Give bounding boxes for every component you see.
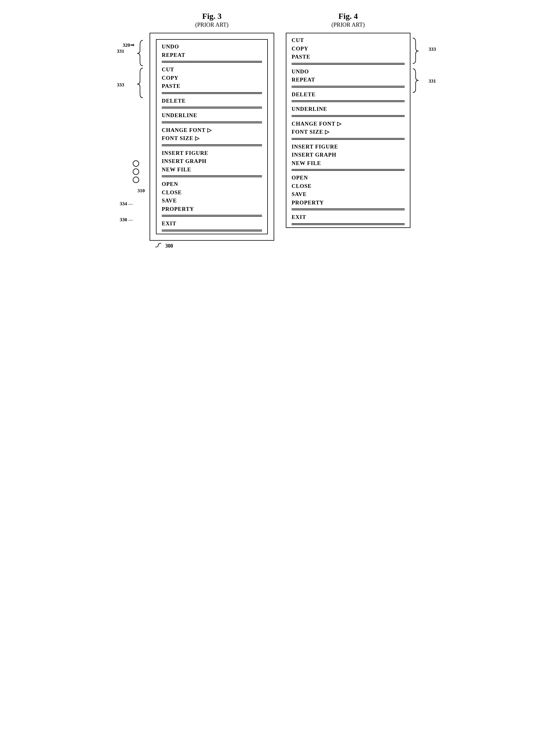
menu-item-open[interactable]: OPEN — [162, 180, 262, 188]
fig4-menu-item-close[interactable]: CLOSE — [292, 182, 405, 190]
fig4-menu-item-insert-graph[interactable]: INSERT GRAPH — [292, 151, 405, 159]
figures-row: Fig. 3 (PRIOR ART) 320⇒ 331 — [150, 12, 410, 249]
fig3-group-underline: UNDERLINE — [157, 108, 267, 121]
fig3-group-insert: INSERT FIGURE INSERT GRAPH NEW FILE — [157, 146, 267, 176]
menu-item-copy[interactable]: COPY — [162, 74, 262, 82]
fig3-title: Fig. 3 — [202, 12, 222, 21]
fig4-menu-item-save[interactable]: SAVE — [292, 190, 405, 199]
menu-item-save[interactable]: SAVE — [162, 197, 262, 205]
fig3-sep8 — [157, 230, 267, 231]
fig4-group-font: CHANGE FONT ▷ FONT SIZE ▷ — [286, 117, 410, 138]
fig4-group-underline: UNDERLINE — [286, 102, 410, 115]
menu-item-insert-figure[interactable]: INSERT FIGURE — [162, 149, 262, 157]
fig3-group-delete: DELETE — [157, 94, 267, 107]
menu-item-undo[interactable]: UNDO — [162, 43, 262, 51]
fig3-group-exit: EXIT — [157, 217, 267, 230]
fig4-label-333: 333 — [429, 46, 436, 52]
fig4-group-insert: INSERT FIGURE INSERT GRAPH NEW FILE — [286, 140, 410, 169]
fig3-label-331: 331 — [117, 48, 124, 54]
fig4-menu-outer: 333 331 CUT COPY PASTE UNDO — [286, 33, 410, 228]
fig3-brace-333 — [124, 65, 144, 100]
fig4-sep8 — [286, 223, 410, 225]
fig3-label-333: 333 — [117, 82, 124, 88]
menu-item-exit[interactable]: EXIT — [162, 219, 262, 228]
menu-item-font-size[interactable]: FONT SIZE ▷ — [162, 134, 262, 143]
fig4-menu-item-undo[interactable]: UNDO — [292, 68, 405, 76]
menu-item-underline[interactable]: UNDERLINE — [162, 111, 262, 120]
fig4-label-331: 331 — [429, 78, 436, 84]
fig3-group-file: OPEN CLOSE SAVE PROPERTY — [157, 177, 267, 215]
fig4-group-exit: EXIT — [286, 210, 410, 223]
fig4-group-file: OPEN CLOSE SAVE PROPERTY — [286, 171, 410, 208]
fig3-label-310: 310 — [137, 188, 145, 194]
menu-item-cut[interactable]: CUT — [162, 66, 262, 74]
circle1 — [133, 160, 139, 167]
fig4-group-cut: CUT COPY PASTE — [286, 33, 410, 63]
fig4-subtitle: (PRIOR ART) — [332, 21, 365, 28]
circle2 — [133, 168, 139, 175]
menu-item-change-font[interactable]: CHANGE FONT ▷ — [162, 126, 262, 134]
fig3-group-cut: CUT COPY PASTE — [157, 63, 267, 92]
menu-item-insert-graph[interactable]: INSERT GRAPH — [162, 157, 262, 166]
fig4-title: Fig. 4 — [339, 12, 358, 21]
menu-item-close[interactable]: CLOSE — [162, 188, 262, 197]
fig4-menu-item-underline[interactable]: UNDERLINE — [292, 105, 405, 113]
menu-item-property[interactable]: PROPERTY — [162, 205, 262, 213]
fig4-group-undo: UNDO REPEAT — [286, 65, 410, 86]
fig4-menu-item-repeat[interactable]: REPEAT — [292, 76, 405, 84]
fig4-menu-item-cut[interactable]: CUT — [292, 36, 405, 45]
fig3-label-330: 330 — — [120, 217, 133, 223]
page: Fig. 3 (PRIOR ART) 320⇒ 331 — [150, 12, 410, 249]
circle3 — [133, 177, 139, 183]
fig4-menu-item-paste[interactable]: PASTE — [292, 53, 405, 61]
menu-item-new-file[interactable]: NEW FILE — [162, 166, 262, 174]
fig3-300-brace — [152, 242, 164, 248]
fig4-menu-item-insert-figure[interactable]: INSERT FIGURE — [292, 143, 405, 151]
fig3-group-undo: UNDO REPEAT — [157, 40, 267, 61]
fig3-circles-310 — [133, 160, 139, 183]
fig4-menu-item-copy[interactable]: COPY — [292, 45, 405, 53]
menu-item-repeat[interactable]: REPEAT — [162, 51, 262, 59]
menu-item-delete[interactable]: DELETE — [162, 97, 262, 105]
fig4-menu-item-change-font[interactable]: CHANGE FONT ▷ — [292, 120, 405, 128]
fig3-menu: UNDO REPEAT CUT COPY PASTE DELETE — [156, 39, 268, 234]
fig4-menu-item-new-file[interactable]: NEW FILE — [292, 159, 405, 168]
fig3-outer: 320⇒ 331 333 — [150, 33, 274, 241]
fig3-brace-331 — [124, 37, 144, 66]
fig4-block: Fig. 4 (PRIOR ART) 333 331 — [286, 12, 410, 249]
fig3-label-300: 300 — [150, 242, 274, 249]
fig4-menu-item-delete[interactable]: DELETE — [292, 90, 405, 99]
menu-item-paste[interactable]: PASTE — [162, 82, 262, 90]
fig3-group-font: CHANGE FONT ▷ FONT SIZE ▷ — [157, 123, 267, 144]
fig4-menu-item-property[interactable]: PROPERTY — [292, 199, 405, 207]
fig3-block: Fig. 3 (PRIOR ART) 320⇒ 331 — [150, 12, 274, 249]
fig4-menu-item-open[interactable]: OPEN — [292, 174, 405, 182]
fig4-menu-item-font-size[interactable]: FONT SIZE ▷ — [292, 128, 405, 136]
fig3-label-334: 334 — — [120, 201, 133, 207]
fig4-menu-item-exit[interactable]: EXIT — [292, 213, 405, 221]
fig4-group-delete: DELETE — [286, 88, 410, 101]
fig3-subtitle: (PRIOR ART) — [195, 21, 229, 28]
